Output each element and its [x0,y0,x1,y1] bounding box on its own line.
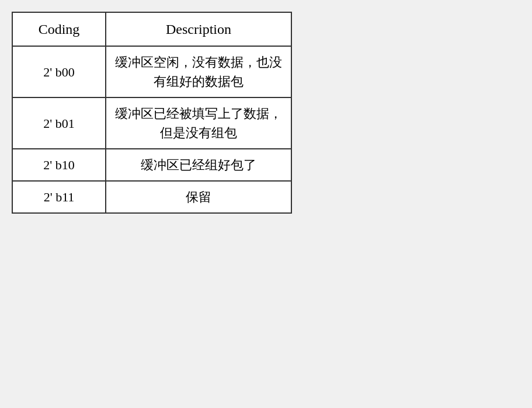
coding-table: Coding Description 2' b00 缓冲区空闲，没有数据，也没有… [12,12,292,214]
table-container: Coding Description 2' b00 缓冲区空闲，没有数据，也没有… [12,12,292,214]
table-row: 2' b01 缓冲区已经被填写上了数据，但是没有组包 [12,97,291,149]
table-header-row: Coding Description [12,12,291,46]
coding-value-1: 2' b01 [12,97,106,149]
description-value-1: 缓冲区已经被填写上了数据，但是没有组包 [106,97,291,149]
description-value-0: 缓冲区空闲，没有数据，也没有组好的数据包 [106,46,291,97]
coding-value-3: 2' b11 [12,181,106,213]
description-value-2: 缓冲区已经组好包了 [106,149,291,181]
coding-value-0: 2' b00 [12,46,106,97]
description-value-3: 保留 [106,181,291,213]
table-row: 2' b11 保留 [12,181,291,213]
table-row: 2' b10 缓冲区已经组好包了 [12,149,291,181]
header-coding: Coding [12,12,106,46]
coding-value-2: 2' b10 [12,149,106,181]
header-description: Description [106,12,291,46]
table-row: 2' b00 缓冲区空闲，没有数据，也没有组好的数据包 [12,46,291,97]
